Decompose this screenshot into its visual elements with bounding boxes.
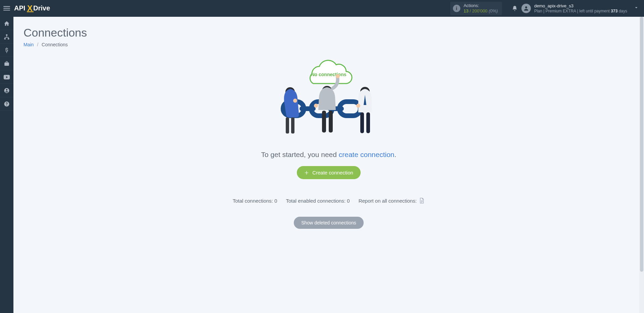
get-started-text: To get started, you need create connecti… [261, 151, 397, 159]
svg-rect-2 [3, 10, 10, 10]
sidebar-item-account[interactable] [0, 84, 13, 97]
user-icon [523, 5, 529, 11]
bell-icon [512, 5, 518, 11]
no-connections-illustration: No connections [272, 55, 386, 143]
top-bar: API X Drive i Actions: 13 / 200'000 (0%)… [0, 0, 644, 17]
svg-rect-9 [4, 38, 6, 39]
actions-quota-box[interactable]: i Actions: 13 / 200'000 (0%) [450, 2, 502, 15]
report-all-connections: Report on all connections: [359, 197, 425, 204]
user-menu[interactable]: demo_apix-drive_s3 Plan | Premium EXTRA … [521, 3, 641, 13]
svg-point-7 [525, 6, 527, 8]
account-icon [4, 88, 10, 94]
brand-logo[interactable]: API X Drive [14, 4, 58, 13]
svg-rect-24 [291, 117, 294, 134]
create-connection-link[interactable]: create connection [339, 151, 395, 158]
question-icon [4, 101, 10, 107]
chevron-down-icon [634, 5, 639, 11]
svg-point-27 [336, 74, 340, 78]
sidebar-item-briefcase[interactable] [0, 57, 13, 70]
svg-rect-29 [329, 111, 333, 133]
svg-rect-11 [4, 62, 9, 66]
sidebar-item-connections[interactable] [0, 30, 13, 44]
cloud-label: No connections [311, 72, 346, 77]
svg-rect-0 [3, 6, 10, 7]
total-connections: Total connections: 0 [233, 198, 277, 204]
sidebar-item-billing[interactable] [0, 44, 13, 57]
svg-rect-23 [286, 117, 289, 134]
svg-text:API: API [14, 4, 25, 12]
breadcrumb-separator: / [37, 42, 38, 47]
hamburger-icon [3, 5, 10, 12]
notifications-button[interactable] [508, 0, 521, 17]
hamburger-menu-button[interactable] [0, 0, 13, 17]
svg-rect-33 [366, 112, 370, 133]
svg-rect-10 [8, 38, 9, 39]
sidebar-item-video[interactable] [0, 70, 13, 84]
report-download-button[interactable] [419, 197, 425, 204]
svg-text:Drive: Drive [33, 4, 50, 12]
briefcase-icon [4, 61, 10, 67]
file-icon [419, 198, 424, 204]
actions-value: 13 / 200'000 (0%) [464, 8, 498, 14]
total-enabled-connections: Total enabled connections: 0 [286, 198, 350, 204]
breadcrumb-main-link[interactable]: Main [24, 42, 34, 47]
create-connection-button[interactable]: Create connection [297, 166, 361, 179]
svg-point-16 [6, 105, 7, 105]
svg-rect-5 [27, 11, 34, 12]
page-title: Connections [24, 26, 634, 39]
sitemap-icon [4, 34, 10, 40]
home-icon [4, 20, 10, 27]
sidebar-item-help[interactable] [0, 97, 13, 111]
svg-rect-28 [322, 111, 326, 133]
svg-point-25 [293, 99, 297, 103]
svg-rect-8 [6, 34, 8, 36]
svg-point-14 [6, 89, 8, 91]
sidebar [0, 17, 13, 313]
main-content: Connections Main / Connections No connec… [13, 17, 644, 313]
scrollbar-thumb[interactable] [640, 17, 643, 272]
show-deleted-connections-button[interactable]: Show deleted connections [294, 217, 363, 229]
sidebar-item-home[interactable] [0, 17, 13, 30]
svg-point-34 [356, 104, 360, 108]
breadcrumb-current: Connections [42, 42, 68, 47]
stats-row: Total connections: 0 Total enabled conne… [233, 197, 425, 204]
svg-rect-1 [3, 8, 10, 9]
user-plan: Plan | Premium EXTRA | left until paymen… [534, 9, 627, 13]
svg-point-30 [314, 104, 318, 108]
user-name: demo_apix-drive_s3 [534, 3, 627, 9]
plus-icon [304, 170, 309, 175]
breadcrumb: Main / Connections [24, 42, 634, 47]
info-icon: i [453, 5, 460, 12]
svg-rect-32 [360, 112, 364, 133]
youtube-icon [3, 74, 10, 80]
logo-icon: API X Drive [14, 4, 58, 13]
actions-label: Actions: [464, 3, 498, 8]
svg-text:X: X [27, 4, 33, 13]
empty-state: No connections [24, 55, 634, 229]
dollar-icon [4, 47, 10, 53]
avatar [521, 4, 531, 13]
